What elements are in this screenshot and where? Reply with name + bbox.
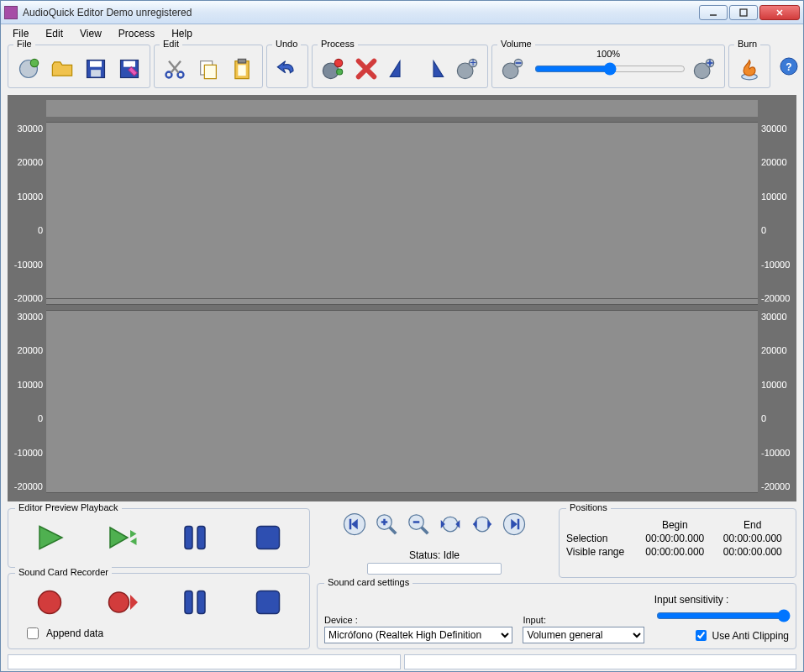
toolbar-edit-group: Edit: [154, 45, 263, 88]
tick: 0: [758, 225, 796, 235]
svg-point-21: [334, 59, 342, 66]
effect-button[interactable]: [318, 54, 348, 84]
waveform-channel-1[interactable]: 30000 20000 10000 0 -10000 -20000 30000 …: [8, 122, 796, 305]
open-file-button[interactable]: [47, 54, 77, 84]
volume-down-button[interactable]: [497, 54, 528, 84]
tick: 10000: [758, 192, 796, 202]
amplify-button[interactable]: +: [452, 54, 482, 84]
zoom-out-button[interactable]: [406, 512, 431, 539]
status-label: Status: Idle: [317, 549, 552, 561]
status-cell-1: [8, 654, 401, 669]
undo-button[interactable]: [272, 54, 302, 84]
svg-line-13: [171, 61, 181, 73]
pos-selection-lbl: Selection: [566, 533, 633, 544]
pause-icon: [180, 587, 210, 617]
pos-vis-end: 00:00:00.000: [717, 546, 790, 558]
tick: 0: [8, 413, 46, 423]
svg-line-51: [422, 528, 428, 534]
menu-process[interactable]: Process: [110, 26, 163, 41]
record-play-button[interactable]: [108, 587, 138, 620]
toolbar: File Edit Undo Process + Volume: [1, 43, 803, 92]
svg-rect-41: [185, 591, 192, 614]
toolbar-edit-legend: Edit: [160, 39, 182, 49]
play-loop-button[interactable]: [108, 522, 138, 555]
fade-in-button[interactable]: [385, 54, 415, 84]
play-button[interactable]: [34, 522, 65, 555]
toolbar-volume-group: Volume 100%: [491, 45, 725, 88]
stop-icon: [253, 522, 283, 553]
fade-out-button[interactable]: [418, 54, 449, 84]
svg-point-39: [39, 591, 61, 614]
new-file-button[interactable]: [13, 54, 44, 84]
zoom-out-icon: [406, 512, 431, 537]
input-select[interactable]: Volumen general: [523, 627, 644, 643]
stop-button[interactable]: [253, 522, 283, 555]
help-icon: ?: [779, 56, 799, 76]
burn-button[interactable]: [734, 54, 765, 84]
pause-button[interactable]: [180, 522, 210, 555]
zoom-skip-fwd-button[interactable]: [502, 512, 527, 539]
zoom-sel-icon: [438, 512, 463, 537]
svg-point-54: [475, 517, 490, 532]
tick: 20000: [758, 157, 796, 167]
waveform-display[interactable]: 30000 20000 10000 0 -10000 -20000 30000 …: [8, 95, 796, 501]
waveform-overview[interactable]: [46, 100, 758, 117]
help-button[interactable]: ?: [774, 45, 804, 88]
menu-view[interactable]: View: [71, 26, 110, 41]
toolbar-undo-group: Undo: [266, 45, 308, 88]
zoom-in-button[interactable]: [374, 512, 399, 539]
paste-button[interactable]: [227, 54, 257, 84]
fade-out-icon: [422, 57, 445, 81]
save-button[interactable]: [81, 54, 111, 84]
svg-rect-8: [91, 70, 101, 76]
volume-value-label: 100%: [596, 49, 620, 59]
record-stop-button[interactable]: [253, 587, 283, 620]
volume-plus-icon: [692, 57, 716, 81]
menu-edit[interactable]: Edit: [37, 26, 71, 41]
toolbar-burn-group: Burn: [728, 45, 770, 88]
axis-right-1: 30000 20000 10000 0 -10000 -20000: [758, 122, 796, 305]
waveform-channel-2[interactable]: 30000 20000 10000 0 -10000 -20000 30000 …: [8, 310, 796, 493]
positions-legend: Positions: [566, 502, 611, 512]
device-select[interactable]: Micrófono (Realtek High Definition: [324, 627, 512, 643]
menubar: File Edit View Process Help: [1, 24, 803, 43]
play-icon: [34, 522, 65, 553]
recorder-legend: Sound Card Recorder: [15, 567, 112, 577]
maximize-button[interactable]: [729, 5, 758, 20]
folder-open-icon: [50, 57, 74, 81]
time-ruler[interactable]: [46, 493, 758, 501]
svg-rect-10: [123, 61, 135, 67]
zoom-skip-back-button[interactable]: [342, 512, 367, 539]
app-window: AudioQuick Editor Demo unregistered File…: [0, 0, 804, 672]
tick: 20000: [8, 345, 46, 355]
delete-button[interactable]: [351, 54, 381, 84]
record-button[interactable]: [34, 587, 65, 620]
pos-sel-begin: 00:00:00.000: [638, 533, 712, 544]
volume-up-button[interactable]: [689, 54, 719, 84]
close-button[interactable]: [759, 5, 800, 20]
tick: 0: [758, 413, 796, 423]
save-as-button[interactable]: [114, 54, 145, 84]
zoom-fit-button[interactable]: [470, 512, 495, 539]
svg-rect-37: [197, 527, 205, 549]
anti-clipping-checkbox[interactable]: [696, 630, 707, 641]
tick: 30000: [758, 123, 796, 134]
toolbar-volume-legend: Volume: [497, 39, 535, 49]
svg-rect-7: [90, 61, 102, 67]
zoom-selection-button[interactable]: [438, 512, 463, 539]
recorder-panel: Sound Card Recorder Append data: [8, 573, 310, 649]
volume-slider[interactable]: [534, 62, 686, 76]
sensitivity-slider[interactable]: [656, 609, 791, 622]
axis-right-2: 30000 20000 10000 0 -10000 -20000: [758, 310, 796, 493]
playback-legend: Editor Preview Playback: [15, 502, 122, 512]
sensitivity-label: Input sensitivity :: [654, 594, 789, 606]
append-data-checkbox[interactable]: [27, 627, 39, 639]
cut-button[interactable]: [160, 54, 190, 84]
gear-dot-icon: [321, 57, 344, 81]
tick: 10000: [8, 380, 46, 390]
toolbar-burn-legend: Burn: [734, 39, 760, 49]
copy-button[interactable]: [193, 54, 223, 84]
tick: -20000: [8, 293, 46, 303]
minimize-button[interactable]: [699, 5, 728, 20]
record-pause-button[interactable]: [180, 587, 210, 620]
